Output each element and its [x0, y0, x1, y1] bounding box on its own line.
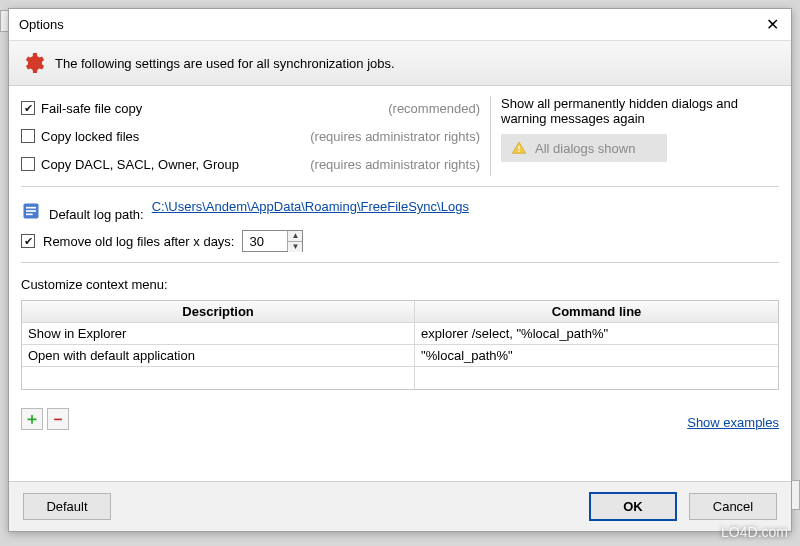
background-app-fragment [792, 480, 800, 510]
header-banner: The following settings are used for all … [9, 41, 791, 86]
svg-rect-5 [26, 214, 33, 216]
cell-command[interactable]: explorer /select, "%local_path%" [415, 323, 778, 344]
button-label: All dialogs shown [535, 141, 635, 156]
option-dacl[interactable]: Copy DACL, SACL, Owner, Group (requires … [21, 152, 480, 176]
option-failsafe[interactable]: Fail-safe file copy (recommended) [21, 96, 480, 120]
option-label: Fail-safe file copy [41, 101, 142, 116]
ok-button[interactable]: OK [589, 492, 677, 521]
table-row[interactable]: Open with default application "%local_pa… [22, 344, 778, 366]
checkbox-icon[interactable] [21, 234, 35, 248]
show-examples-link[interactable]: Show examples [687, 415, 779, 430]
minus-icon: － [50, 411, 66, 427]
spinner-up-icon[interactable]: ▲ [288, 231, 302, 241]
log-path-label: Default log path: [49, 207, 144, 222]
option-hint: (requires administrator rights) [310, 129, 480, 144]
option-label: Copy locked files [41, 129, 139, 144]
svg-rect-3 [26, 207, 36, 209]
content-area: Fail-safe file copy (recommended) Copy l… [9, 86, 791, 481]
cell-command[interactable] [415, 367, 778, 389]
hidden-dialogs-text: Show all permanently hidden dialogs and … [501, 96, 779, 126]
spinner-down-icon[interactable]: ▼ [288, 241, 302, 252]
cell-description[interactable] [22, 367, 415, 389]
cell-command[interactable]: "%local_path%" [415, 345, 778, 366]
option-hint: (requires administrator rights) [310, 157, 480, 172]
vertical-separator [490, 96, 491, 176]
remove-old-logs-row: Remove old log files after x days: ▲ ▼ [21, 230, 779, 252]
table-row[interactable]: Show in Explorer explorer /select, "%loc… [22, 322, 778, 344]
svg-rect-1 [518, 151, 519, 152]
banner-text: The following settings are used for all … [55, 56, 395, 71]
remove-old-logs-label: Remove old log files after x days: [43, 234, 234, 249]
checkbox-icon[interactable] [21, 129, 35, 143]
svg-rect-0 [518, 146, 519, 149]
col-command: Command line [415, 301, 778, 322]
plus-icon: ＋ [24, 411, 40, 427]
cell-description[interactable]: Show in Explorer [22, 323, 415, 344]
default-button[interactable]: Default [23, 493, 111, 520]
days-input[interactable] [243, 231, 287, 251]
footer: Default OK Cancel [9, 481, 791, 531]
titlebar: Options ✕ [9, 9, 791, 41]
cell-description[interactable]: Open with default application [22, 345, 415, 366]
days-spinner[interactable]: ▲ ▼ [242, 230, 303, 252]
context-menu-table: Description Command line Show in Explore… [21, 300, 779, 390]
col-description: Description [22, 301, 415, 322]
checkbox-icon[interactable] [21, 101, 35, 115]
cancel-button[interactable]: Cancel [689, 493, 777, 520]
table-row-empty[interactable] [22, 366, 778, 389]
all-dialogs-shown-button[interactable]: All dialogs shown [501, 134, 667, 162]
table-header: Description Command line [22, 301, 778, 322]
add-row-button[interactable]: ＋ [21, 408, 43, 430]
background-app-fragment [0, 10, 8, 32]
warning-icon [511, 140, 527, 156]
svg-rect-4 [26, 210, 36, 212]
log-file-icon [21, 201, 41, 221]
context-menu-label: Customize context menu: [21, 277, 779, 292]
remove-row-button[interactable]: － [47, 408, 69, 430]
close-icon[interactable]: ✕ [763, 15, 781, 34]
window-title: Options [19, 17, 64, 32]
log-path-row: Default log path: C:\Users\Andem\AppData… [21, 197, 779, 222]
separator [21, 262, 779, 263]
gear-icon [21, 51, 45, 75]
option-hint: (recommended) [388, 101, 480, 116]
separator [21, 186, 779, 187]
checkbox-icon[interactable] [21, 157, 35, 171]
log-path-link[interactable]: C:\Users\Andem\AppData\Roaming\FreeFileS… [152, 197, 469, 217]
options-dialog: Options ✕ The following settings are use… [8, 8, 792, 532]
option-label: Copy DACL, SACL, Owner, Group [41, 157, 239, 172]
option-locked[interactable]: Copy locked files (requires administrato… [21, 124, 480, 148]
